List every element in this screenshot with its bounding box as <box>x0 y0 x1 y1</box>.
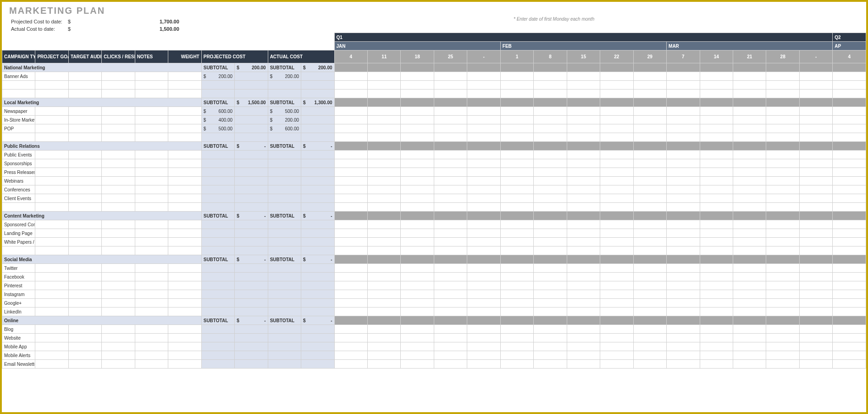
row-item[interactable]: Sponsored Content <box>2 220 35 229</box>
row-item[interactable] <box>2 133 35 142</box>
row-item[interactable]: Newspaper <box>2 107 35 116</box>
projected-cost-currency: $ <box>68 19 160 24</box>
row-item[interactable]: White Papers / ebooks <box>2 238 35 246</box>
row-item[interactable]: Landing Page <box>2 229 35 238</box>
row-item[interactable]: Instagram <box>2 290 35 299</box>
row-item[interactable] <box>2 203 35 212</box>
row-item[interactable]: Website <box>2 334 35 342</box>
row-item[interactable]: Mobile App <box>2 342 35 351</box>
row-item[interactable]: Press Releases <box>2 168 35 177</box>
actual-cost-label: Actual Cost to date: <box>11 26 68 32</box>
row-item[interactable]: Facebook <box>2 273 35 281</box>
page-title: MARKETING PLAN <box>9 6 859 16</box>
row-item[interactable]: Sponsorships <box>2 159 35 168</box>
row-item[interactable] <box>2 246 35 255</box>
actual-cost-currency: $ <box>68 26 160 32</box>
row-item[interactable]: Public Events <box>2 151 35 159</box>
row-item[interactable]: Twitter <box>2 264 35 273</box>
row-item[interactable] <box>2 90 35 98</box>
actual-cost-value: 1,500.00 <box>160 26 179 32</box>
plan-grid[interactable]: Q1Q2JANFEBMARAPCAMPAIGN TYPEPROJECT GOAL… <box>2 33 866 369</box>
row-item[interactable] <box>2 81 35 90</box>
projected-cost-label: Projected Cost to date: <box>11 19 68 24</box>
row-item[interactable]: Webinars <box>2 177 35 185</box>
projected-cost-value: 1,700.00 <box>160 19 179 24</box>
row-item[interactable]: Conferences <box>2 185 35 194</box>
row-item[interactable]: Mobile Alerts <box>2 351 35 360</box>
row-item[interactable]: Client Events <box>2 194 35 203</box>
row-item[interactable]: Blog <box>2 325 35 334</box>
hint-text: * Enter date of first Monday each month <box>514 17 594 22</box>
row-item[interactable]: Pinterest <box>2 281 35 290</box>
row-item[interactable]: Google+ <box>2 299 35 308</box>
row-item[interactable]: LinkedIn <box>2 308 35 316</box>
row-item[interactable]: Email Newsletter <box>2 360 35 369</box>
row-item[interactable]: In-Store Marketing <box>2 116 35 124</box>
row-item[interactable]: POP <box>2 124 35 133</box>
row-item[interactable]: Banner Ads <box>2 72 35 81</box>
